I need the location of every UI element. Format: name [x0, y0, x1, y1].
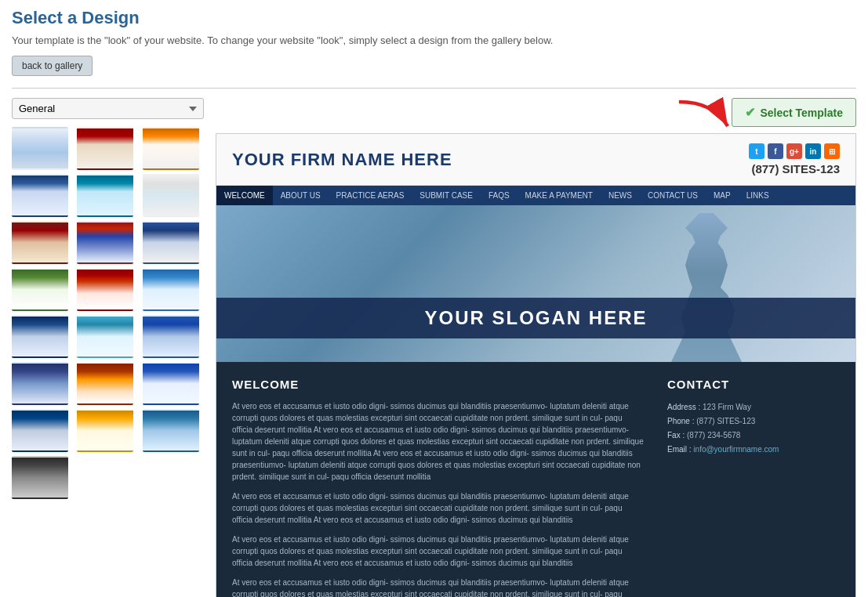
fax-value: (877) 234-5678 — [687, 431, 740, 440]
template-thumb-15[interactable] — [143, 315, 199, 358]
welcome-heading: WELCOME — [232, 378, 644, 391]
welcome-text-1: At vero eos et accusamus et iusto odio d… — [232, 400, 644, 483]
nav-item-news[interactable]: NEWS — [601, 186, 640, 205]
slogan-text: YOUR SLOGAN HERE — [232, 307, 840, 329]
template-thumb-10[interactable] — [12, 268, 68, 311]
nav-item-links[interactable]: LINKS — [739, 186, 777, 205]
template-thumb-22[interactable] — [12, 456, 68, 499]
main-layout: General Legal Medical Business Creative — [12, 98, 856, 597]
phone-label: Phone : — [667, 417, 694, 425]
template-thumb-18[interactable] — [143, 362, 199, 405]
template-thumb-5[interactable] — [77, 174, 133, 217]
template-thumb-6[interactable] — [143, 174, 199, 217]
email-label: Email : — [667, 445, 692, 454]
contact-heading: CONTACT — [667, 378, 840, 391]
preview-area: ✔ Select Template YOUR FIRM NAME HERE t … — [216, 98, 856, 597]
template-thumb-20[interactable] — [77, 409, 133, 452]
website-preview: YOUR FIRM NAME HERE t f g+ in ⊞ (877) SI… — [216, 133, 856, 597]
page-title: Select a Design — [12, 8, 856, 28]
address-label: Address : — [667, 403, 700, 411]
template-thumb-7[interactable] — [12, 221, 68, 264]
page-wrapper: Select a Design Your template is the "lo… — [0, 0, 868, 597]
template-thumb-19[interactable] — [12, 409, 68, 452]
template-thumb-9[interactable] — [143, 221, 199, 264]
nav-item-about[interactable]: ABOUT US — [273, 186, 329, 205]
nav-item-practice[interactable]: PRACTICE AERAS — [329, 186, 412, 205]
facebook-icon[interactable]: f — [768, 143, 783, 159]
subtitle: Your template is the "look" of your webs… — [12, 34, 856, 46]
address-value: 123 Firm Way — [703, 403, 751, 411]
nav-item-welcome[interactable]: WELCOME — [216, 186, 273, 205]
left-panel: General Legal Medical Business Creative — [12, 98, 204, 597]
divider — [12, 88, 856, 89]
template-thumb-21[interactable] — [143, 409, 199, 452]
nav-bar: WELCOME ABOUT US PRACTICE AERAS SUBMIT C… — [216, 186, 855, 205]
category-dropdown[interactable]: General Legal Medical Business Creative — [12, 98, 204, 119]
nav-item-map[interactable]: MAP — [706, 186, 739, 205]
google-icon[interactable]: g+ — [786, 143, 802, 159]
linkedin-icon[interactable]: in — [805, 143, 821, 159]
contact-email: Email : info@yourfirmname.com — [667, 443, 840, 457]
social-icons: t f g+ in ⊞ — [749, 143, 840, 159]
template-thumb-3[interactable] — [143, 127, 199, 170]
welcome-section: WELCOME At vero eos et accusamus et iust… — [232, 378, 644, 597]
nav-item-submit[interactable]: SUBMIT CASE — [412, 186, 481, 205]
hero-section: YOUR SLOGAN HERE — [216, 205, 855, 362]
nav-item-contact[interactable]: CONTACT US — [640, 186, 706, 205]
content-section: WELCOME At vero eos et accusamus et iust… — [216, 362, 855, 597]
template-thumb-13[interactable] — [12, 315, 68, 358]
template-thumb-8[interactable] — [77, 221, 133, 264]
welcome-text-2: At vero eos et accusamus et iusto odio d… — [232, 490, 644, 526]
contact-section: CONTACT Address : 123 Firm Way Phone : (… — [667, 378, 840, 597]
firm-name: YOUR FIRM NAME HERE — [232, 150, 452, 170]
template-thumb-17[interactable] — [77, 362, 133, 405]
contact-fax: Fax : (877) 234-5678 — [667, 429, 840, 443]
header-right: t f g+ in ⊞ (877) SITES-123 — [749, 143, 840, 175]
back-to-gallery-button[interactable]: back to gallery — [12, 56, 93, 76]
welcome-text-3: At vero eos et accusamus et iusto odio d… — [232, 534, 644, 569]
preview-header: YOUR FIRM NAME HERE t f g+ in ⊞ (877) SI… — [216, 134, 855, 186]
rss-icon[interactable]: ⊞ — [824, 143, 840, 159]
statue-background — [216, 205, 855, 362]
template-thumb-4[interactable] — [12, 174, 68, 217]
template-thumb-16[interactable] — [12, 362, 68, 405]
template-thumb-2[interactable] — [77, 127, 133, 170]
contact-address: Address : 123 Firm Way — [667, 400, 840, 414]
email-value[interactable]: info@yourfirmname.com — [693, 445, 779, 454]
template-thumb-12[interactable] — [143, 268, 199, 311]
contact-phone: Phone : (877) SITES-123 — [667, 414, 840, 429]
fax-label: Fax : — [667, 431, 685, 440]
nav-item-faqs[interactable]: FAQS — [481, 186, 518, 205]
select-template-button[interactable]: ✔ Select Template — [732, 98, 856, 127]
phone-number: (877) SITES-123 — [749, 162, 840, 175]
phone-value: (877) SITES-123 — [696, 417, 755, 425]
twitter-icon[interactable]: t — [749, 143, 764, 159]
thumbnail-grid — [12, 127, 204, 499]
slogan-bar: YOUR SLOGAN HERE — [216, 298, 855, 338]
welcome-text-4: At vero eos et accusamus et iusto odio d… — [232, 577, 644, 597]
checkmark-icon: ✔ — [745, 105, 755, 120]
statue-silhouette — [636, 213, 777, 362]
template-thumb-11[interactable] — [77, 268, 133, 311]
template-thumb-14[interactable] — [77, 315, 133, 358]
nav-item-payment[interactable]: MAKE A PAYMENT — [518, 186, 601, 205]
select-template-label: Select Template — [760, 107, 843, 119]
template-thumb-1[interactable] — [12, 127, 68, 170]
